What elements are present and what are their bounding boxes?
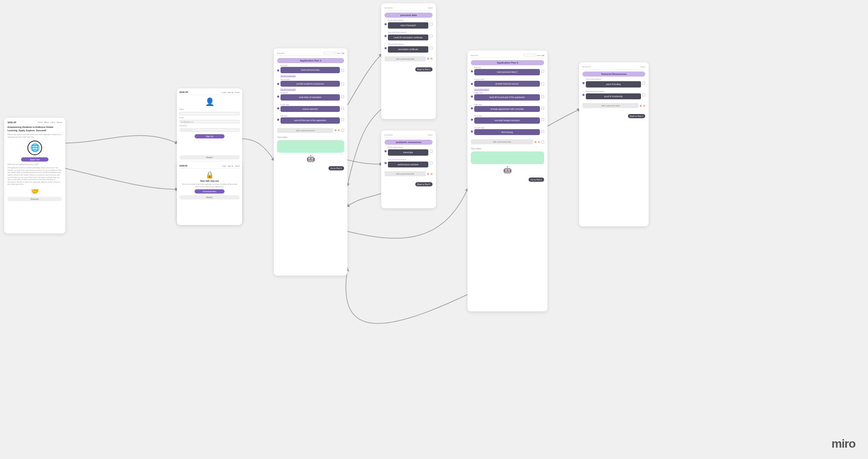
add-task-check[interactable] xyxy=(341,129,344,132)
personal-doc-3-header: Third document xyxy=(388,43,428,45)
part3-color-dot-pink xyxy=(640,105,642,107)
part3-doc-1-header: First document xyxy=(586,78,641,80)
nav-signup-link[interactable]: Sign up xyxy=(228,91,234,93)
back-part1-btn[interactable]: Back to Part 1 xyxy=(415,67,433,72)
back-part1-academic-btn[interactable]: Back to Part 1 xyxy=(415,182,433,186)
part2-notes-area[interactable] xyxy=(471,151,544,164)
part1-input[interactable] xyxy=(323,52,336,54)
password-label: Password xyxy=(179,125,240,127)
color-dot-pink xyxy=(334,129,337,131)
task-dot-3 xyxy=(277,96,279,98)
part2-task-8-check[interactable] xyxy=(541,95,544,98)
part3-doc-dot-2 xyxy=(582,94,585,96)
task-4-checkbox[interactable] xyxy=(341,107,344,110)
login2-nav-login[interactable]: Login xyxy=(222,165,226,167)
add-personal-task-btn[interactable]: add a personal task xyxy=(385,56,426,61)
nav-login-link[interactable]: Login xyxy=(222,91,226,93)
part2-task-10-check[interactable] xyxy=(541,118,544,121)
discover-btn[interactable]: Discover xyxy=(8,197,62,201)
task-4-card: course selection xyxy=(280,106,340,112)
add-part3-task-btn[interactable]: add a personal task xyxy=(582,103,638,108)
part1-back[interactable]: back with xyxy=(277,52,284,54)
personal-doc-3-check[interactable] xyxy=(430,47,433,50)
part2-task-7-sub[interactable]: see all documents ▾ xyxy=(474,88,540,90)
part2-task-row-10: Tenth task conclude foreign insurance xyxy=(471,115,544,125)
go-part2-btn[interactable]: Go to Part 2 xyxy=(329,166,344,170)
app-part3-frame: documents logout financial Ressources Fi… xyxy=(579,62,649,226)
password-input[interactable]: Your password xyxy=(179,128,240,132)
part2-task-11-card: find housing xyxy=(474,129,540,135)
return-btn-2[interactable]: Return xyxy=(179,195,240,199)
part2-input[interactable] xyxy=(523,54,536,56)
login2-nav-home[interactable]: Home xyxy=(235,165,240,167)
task-2-sub[interactable]: See all documents ▾ xyxy=(280,88,340,90)
personal-doc-2-header: Second document xyxy=(388,31,428,34)
go-part1-btn[interactable]: Go to Part 1 xyxy=(529,178,544,182)
name-input[interactable] xyxy=(179,112,240,115)
add-task-btn[interactable]: add a personal task xyxy=(277,128,333,133)
academic-back: documents xyxy=(385,134,393,136)
part1-save[interactable]: save xyxy=(337,52,340,54)
personal-doc-1-header: First document xyxy=(388,19,428,21)
part2-task-11-check[interactable] xyxy=(541,130,544,133)
task-4-label: Fourth task xyxy=(280,103,340,106)
part3-doc-2-check[interactable] xyxy=(642,93,645,96)
landing-hero-text: Empowering Students to Embrace Global Le… xyxy=(8,126,62,132)
task-dot-2 xyxy=(277,83,279,85)
back-part2-btn[interactable]: Back to Part II xyxy=(628,114,645,118)
nav-login[interactable]: Log in xyxy=(51,121,55,124)
part1-edit[interactable]: edit xyxy=(342,52,344,54)
return-btn[interactable]: Return xyxy=(179,155,240,159)
password-placeholder: Your password xyxy=(181,129,192,131)
add-academic-task-btn[interactable]: add a personal task xyxy=(385,171,426,176)
task-1-checkbox[interactable] xyxy=(341,69,344,72)
personal-doc-1-check[interactable] xyxy=(430,23,433,26)
part2-task-row-9: Ninth task arrange appointment with cons… xyxy=(471,103,544,114)
academic-logout[interactable]: logout xyxy=(428,134,433,136)
task-5-label: Fifth task xyxy=(280,115,340,117)
part3-logout[interactable]: logout xyxy=(641,66,645,68)
personal-docs-logout[interactable]: logout xyxy=(428,7,433,9)
part2-edit[interactable]: edit xyxy=(542,54,544,56)
nav-about[interactable]: About xyxy=(44,121,48,124)
part2-back[interactable]: back with xyxy=(471,54,478,56)
part2-task-5-check[interactable] xyxy=(541,70,544,73)
part2-task-7-check[interactable] xyxy=(541,82,544,85)
login2-icon: 🔒 xyxy=(180,171,239,179)
email-input[interactable]: test@gmail.com xyxy=(179,120,240,123)
add-part2-task-btn[interactable]: add a personal task xyxy=(471,139,533,144)
academic-doc-2-check[interactable] xyxy=(430,162,433,164)
download-btn[interactable]: Download files xyxy=(195,189,225,194)
mascot-icon: 🤖 xyxy=(277,154,344,162)
body-text: The application process involves uploadi… xyxy=(8,167,62,186)
part2-task-dot-9 xyxy=(471,107,473,109)
academic-doc-2-row: Second document performance overview xyxy=(385,158,433,169)
nav-home[interactable]: Home xyxy=(38,121,43,124)
part2-task-10-card: conclude foreign insurance xyxy=(474,117,540,124)
part3-doc-2-header: Second document xyxy=(586,90,641,93)
login2-nav-signup[interactable]: Sign up xyxy=(228,165,234,167)
task-3-checkbox[interactable] xyxy=(341,95,344,98)
ac-color-dot-orange xyxy=(430,173,433,175)
pd-color-dot-pink xyxy=(427,58,429,60)
task-5-checkbox[interactable] xyxy=(341,118,344,121)
task-dot-5 xyxy=(277,119,279,121)
part3-doc-1-check[interactable] xyxy=(642,82,645,85)
part2-add-check[interactable] xyxy=(541,141,544,143)
part2-nav: back with save edit xyxy=(471,54,544,58)
nav-signup[interactable]: Signup xyxy=(57,121,62,124)
part2-task-9-check[interactable] xyxy=(541,107,544,110)
notes-area[interactable] xyxy=(277,140,344,153)
academic-doc-2-card: performance overview xyxy=(388,162,428,168)
part2-section-title: Application Part 2 xyxy=(471,60,544,65)
academic-nav: documents logout xyxy=(385,134,433,138)
academic-doc-1-check[interactable] xyxy=(430,150,433,153)
academic-doc-1-card: transcripts xyxy=(388,149,428,156)
signup-btn[interactable]: Sign Up xyxy=(195,134,225,138)
task-2-checkbox[interactable] xyxy=(341,82,344,85)
task-1-sub[interactable]: See all documents ▾ xyxy=(280,74,340,77)
nav-home-link[interactable]: Home xyxy=(235,91,240,93)
part2-save[interactable]: save xyxy=(537,54,540,56)
personal-doc-2-check[interactable] xyxy=(430,34,433,37)
apply-btn[interactable]: Apply now xyxy=(21,157,48,162)
